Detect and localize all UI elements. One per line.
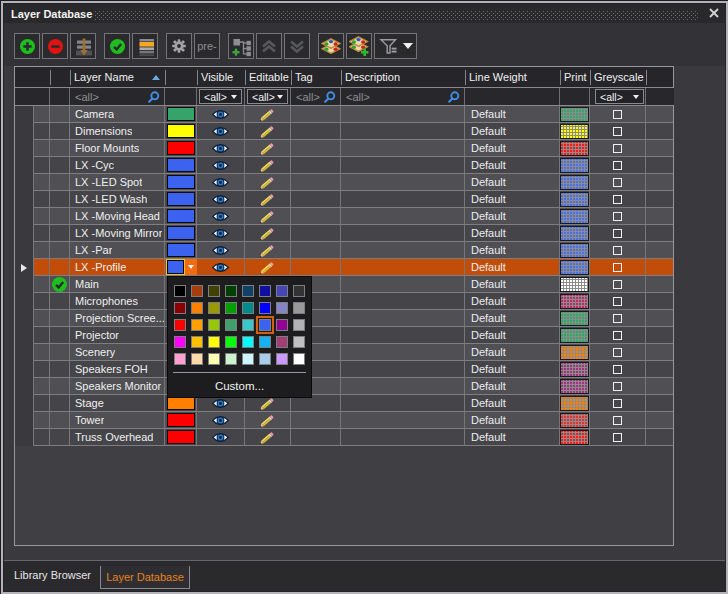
greyscale-checkbox[interactable]: [613, 144, 622, 153]
visible-eye-icon[interactable]: [212, 246, 229, 255]
header-editable[interactable]: Editable: [245, 67, 291, 87]
layer-row-lx-led-wash[interactable]: LX -LED WashDefault: [15, 191, 673, 208]
layer-name-cell[interactable]: Main: [70, 276, 165, 293]
editable-cell[interactable]: [245, 106, 291, 123]
custom-color-button[interactable]: Custom...: [168, 380, 311, 392]
palette-color-3cc8c8[interactable]: [242, 319, 254, 331]
layer-name-cell[interactable]: Stage: [70, 395, 165, 412]
visible-cell[interactable]: [197, 123, 245, 140]
greyscale-cell[interactable]: [590, 242, 646, 259]
greyscale-checkbox[interactable]: [613, 314, 622, 323]
line-weight-cell[interactable]: Default: [465, 259, 560, 276]
visible-cell[interactable]: [197, 191, 245, 208]
greyscale-cell[interactable]: [590, 429, 646, 446]
editable-cell[interactable]: [245, 191, 291, 208]
visible-cell[interactable]: [197, 242, 245, 259]
color-swatch[interactable]: [167, 430, 195, 444]
titlebar[interactable]: Layer Database: [3, 3, 725, 23]
greyscale-checkbox[interactable]: [613, 280, 622, 289]
move-up-button[interactable]: [256, 33, 282, 59]
tab-library-browser[interactable]: Library Browser: [14, 569, 91, 581]
palette-color-ffa0d0[interactable]: [174, 353, 186, 365]
palette-color-c0c0c0[interactable]: [293, 336, 305, 348]
layer-row-dimensions[interactable]: DimensionsDefault: [15, 123, 673, 140]
prefix-button[interactable]: pre-: [194, 33, 220, 59]
layer-row-speakers-monitor[interactable]: Speakers MonitorDefault: [15, 378, 673, 395]
palette-color-3fa06e[interactable]: [225, 319, 237, 331]
layer-row-camera[interactable]: CameraDefault: [15, 106, 673, 123]
line-weight-cell[interactable]: Default: [465, 106, 560, 123]
greyscale-cell[interactable]: [590, 174, 646, 191]
line-weight-cell[interactable]: Default: [465, 361, 560, 378]
palette-color-8b0000[interactable]: [174, 302, 186, 314]
greyscale-checkbox[interactable]: [613, 433, 622, 442]
color-swatch[interactable]: [167, 124, 195, 138]
print-cell[interactable]: [560, 429, 590, 446]
palette-color-910491[interactable]: [276, 319, 288, 331]
visible-cell[interactable]: [197, 208, 245, 225]
greyscale-checkbox[interactable]: [613, 263, 622, 272]
layer-color-cell[interactable]: [165, 208, 197, 225]
header-layer-name[interactable]: Layer Name: [70, 67, 165, 87]
editable-cell[interactable]: [245, 259, 291, 276]
layer-name-cell[interactable]: LX -Moving Head: [70, 208, 165, 225]
color-swatch[interactable]: [167, 243, 195, 257]
add-layers-button[interactable]: [346, 33, 372, 59]
print-cell[interactable]: [560, 293, 590, 310]
greyscale-checkbox[interactable]: [613, 246, 622, 255]
line-weight-cell[interactable]: Default: [465, 429, 560, 446]
layer-row-main[interactable]: MainDefault: [15, 276, 673, 293]
layer-row-lx-profile[interactable]: LX -ProfileDefault: [15, 259, 673, 276]
print-cell[interactable]: [560, 174, 590, 191]
filter-editable[interactable]: <all>: [247, 89, 288, 104]
greyscale-checkbox[interactable]: [613, 399, 622, 408]
line-weight-cell[interactable]: Default: [465, 310, 560, 327]
layer-color-cell[interactable]: [165, 412, 197, 429]
line-weight-cell[interactable]: Default: [465, 123, 560, 140]
color-swatch[interactable]: [167, 209, 195, 223]
palette-color-ffc000[interactable]: [191, 336, 203, 348]
layer-color-cell[interactable]: [165, 429, 197, 446]
visible-eye-icon[interactable]: [212, 212, 229, 221]
line-weight-cell[interactable]: Default: [465, 225, 560, 242]
greyscale-cell[interactable]: [590, 276, 646, 293]
activate-layer-button[interactable]: [104, 33, 130, 59]
description-cell[interactable]: [341, 140, 465, 157]
visible-cell[interactable]: [197, 106, 245, 123]
layer-row-lx-par[interactable]: LX -ParDefault: [15, 242, 673, 259]
layer-color-cell[interactable]: [165, 225, 197, 242]
color-swatch[interactable]: [167, 158, 195, 172]
layer-name-cell[interactable]: Speakers Monitor: [70, 378, 165, 395]
editable-pencil-icon[interactable]: [259, 159, 276, 172]
visible-cell[interactable]: [197, 429, 245, 446]
highlight-row-button[interactable]: [132, 33, 158, 59]
visible-eye-icon[interactable]: [212, 229, 229, 238]
greyscale-cell[interactable]: [590, 310, 646, 327]
greyscale-checkbox[interactable]: [613, 297, 622, 306]
layer-name-cell[interactable]: Scenery: [70, 344, 165, 361]
header-tag[interactable]: Tag: [291, 67, 341, 87]
line-weight-cell[interactable]: Default: [465, 276, 560, 293]
editable-pencil-icon[interactable]: [259, 108, 276, 121]
editable-cell[interactable]: [245, 242, 291, 259]
description-cell[interactable]: [341, 208, 465, 225]
palette-color-1010a0[interactable]: [259, 285, 271, 297]
visible-eye-icon[interactable]: [212, 161, 229, 170]
palette-color-104066[interactable]: [242, 285, 254, 297]
layer-name-cell[interactable]: Camera: [70, 106, 165, 123]
description-cell[interactable]: [341, 276, 465, 293]
palette-color-a8ccec[interactable]: [259, 353, 271, 365]
greyscale-cell[interactable]: [590, 293, 646, 310]
tag-cell[interactable]: [291, 225, 341, 242]
tag-cell[interactable]: [291, 259, 341, 276]
layer-row-microphones[interactable]: MicrophonesDefault: [15, 293, 673, 310]
line-weight-cell[interactable]: Default: [465, 412, 560, 429]
line-weight-cell[interactable]: Default: [465, 344, 560, 361]
layer-name-cell[interactable]: Projection Scree...: [70, 310, 165, 327]
move-down-button[interactable]: [284, 33, 310, 59]
visible-cell[interactable]: [197, 157, 245, 174]
filter-layer-name[interactable]: <all>: [70, 88, 165, 105]
greyscale-cell[interactable]: [590, 259, 646, 276]
greyscale-checkbox[interactable]: [613, 127, 622, 136]
greyscale-checkbox[interactable]: [613, 229, 622, 238]
